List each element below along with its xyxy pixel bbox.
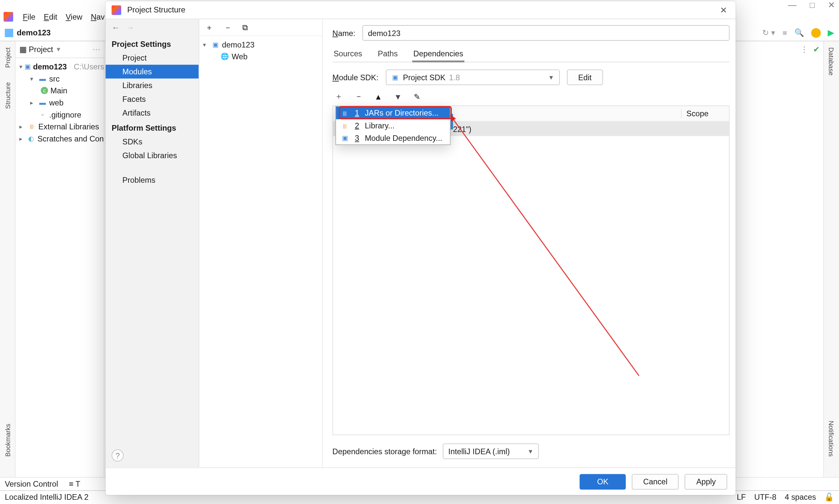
chevron-down-icon: ▼ — [528, 448, 533, 454]
tool-notifications-tab[interactable]: Notifications — [827, 421, 835, 457]
project-pane-settings-icon[interactable]: ⋯ — [92, 45, 100, 54]
tool-database-tab[interactable]: Database — [827, 48, 835, 76]
menu-file[interactable]: File — [20, 11, 38, 23]
cancel-button[interactable]: Cancel — [632, 474, 679, 490]
status-encoding[interactable]: UTF-8 — [754, 492, 776, 501]
window-min-icon[interactable]: — — [788, 0, 797, 9]
jetbrains-icon[interactable]: ▶ — [828, 28, 834, 37]
menu-view[interactable]: View — [63, 11, 85, 23]
scratch-icon: ◐ — [27, 134, 35, 143]
nav-group-project-settings: Project Settings — [106, 36, 199, 51]
class-icon: c — [41, 87, 48, 94]
window-close-icon[interactable]: ✕ — [828, 0, 835, 9]
nav-facets[interactable]: Facets — [106, 92, 199, 106]
nav-libraries[interactable]: Libraries — [106, 78, 199, 92]
add-dependency-popup: ⫼ 1 JARs or Directories... ⫼ 2 Library..… — [336, 106, 450, 145]
window-max-icon[interactable]: □ — [810, 0, 815, 9]
tree-scratches[interactable]: ▸◐Scratches and Con — [16, 132, 104, 144]
storage-format-select[interactable]: IntelliJ IDEA (.iml) ▼ — [443, 444, 539, 459]
tab-dependencies[interactable]: Dependencies — [412, 47, 464, 62]
nav-project[interactable]: Project — [106, 51, 199, 65]
intellij-logo-icon — [4, 12, 13, 22]
dep-remove-icon: － — [355, 91, 363, 102]
project-structure-dialog: Project Structure ✕ ← → Project Settings… — [106, 1, 736, 495]
module-name-input[interactable] — [363, 25, 730, 41]
tool-todo[interactable]: ≡ T — [69, 480, 80, 488]
module-copy-icon[interactable]: ⧉ — [242, 23, 247, 32]
folder-icon: ▣ — [24, 62, 31, 71]
tab-sources[interactable]: Sources — [332, 47, 364, 62]
svg-line-0 — [450, 115, 639, 376]
module-add-icon[interactable]: ＋ — [205, 22, 213, 33]
dep-down-icon[interactable]: ▼ — [394, 92, 402, 101]
tool-structure-tab[interactable]: Structure — [4, 82, 11, 109]
intellij-logo-icon — [112, 5, 121, 15]
module-sdk-select[interactable]: ▣ Project SDK 1.8 ▼ — [386, 69, 560, 85]
editor-menu-icon[interactable]: ⋮ — [800, 45, 808, 54]
project-pane-title[interactable]: Project — [29, 45, 53, 54]
menu-edit[interactable]: Edit — [41, 11, 60, 23]
module-remove-icon[interactable]: － — [224, 22, 232, 33]
name-label: Name: — [332, 29, 355, 37]
module-icon: ▣ — [341, 134, 349, 142]
popup-library[interactable]: ⫼ 2 Library... — [336, 119, 450, 132]
close-icon[interactable]: ✕ — [718, 4, 730, 16]
nav-back-icon[interactable]: ← — [112, 23, 120, 32]
tab-paths[interactable]: Paths — [377, 47, 399, 62]
module-icon — [5, 29, 14, 37]
tool-project-tab[interactable]: Project — [4, 48, 11, 68]
tree-src[interactable]: ▾▬src — [16, 72, 104, 85]
nav-problems[interactable]: Problems — [106, 173, 199, 187]
dep-edit-icon: ✎ — [414, 92, 420, 101]
folder-icon: ▬ — [38, 74, 47, 83]
nav-artifacts[interactable]: Artifacts — [106, 106, 199, 120]
status-lf[interactable]: LF — [737, 492, 746, 501]
popup-jars[interactable]: ⫼ 1 JARs or Directories... — [336, 107, 450, 119]
file-icon: ▫ — [38, 110, 47, 119]
apply-button[interactable]: Apply — [685, 474, 727, 490]
search-icon[interactable]: 🔍 — [794, 28, 804, 37]
web-icon: 🌐 — [221, 52, 229, 60]
dep-add-icon[interactable]: ＋ — [335, 91, 343, 102]
tree-root[interactable]: ▾▣demo123 C:\Users — [16, 60, 104, 73]
ok-button[interactable]: OK — [580, 474, 626, 490]
tree-gitignore[interactable]: ▫.gitignore — [16, 108, 104, 121]
module-web[interactable]: 🌐Web — [199, 50, 322, 62]
stop-button[interactable]: ■ — [783, 28, 787, 37]
help-icon[interactable]: ? — [112, 450, 124, 462]
tree-main[interactable]: cMain — [16, 85, 104, 96]
module-demo123[interactable]: ▾▣demo123 — [199, 38, 322, 50]
nav-global-libraries[interactable]: Global Libraries — [106, 149, 199, 162]
nav-modules[interactable]: Modules — [106, 65, 199, 78]
dialog-title: Project Structure — [127, 5, 185, 14]
popup-module-dep[interactable]: ▣ 3 Module Dependency... — [336, 132, 450, 144]
sdk-icon: ▣ — [391, 73, 399, 82]
dependencies-table: Scope 221") ⫼ 1 JARs or Directories... ⫼… — [332, 105, 730, 435]
menu-navigate[interactable]: Nav — [88, 11, 107, 23]
dep-up-icon: ▲ — [374, 92, 382, 101]
nav-sdks[interactable]: SDKs — [106, 135, 199, 149]
status-indent[interactable]: 4 spaces — [785, 492, 816, 501]
edit-sdk-button[interactable]: Edit — [567, 69, 603, 85]
status-message: Localized IntelliJ IDEA 2 — [5, 492, 88, 501]
inspections-ok-icon[interactable]: ✔ — [813, 45, 820, 54]
module-icon: ▣ — [211, 40, 220, 49]
chevron-down-icon[interactable]: ▼ — [55, 46, 61, 53]
tree-ext-libs[interactable]: ▸⫼External Libraries — [16, 121, 104, 133]
tool-bookmarks-tab[interactable]: Bookmarks — [4, 424, 11, 457]
nav-forward-icon: → — [126, 23, 134, 32]
breadcrumb[interactable]: demo123 — [17, 28, 51, 37]
module-sdk-label: Module SDK: — [332, 73, 378, 82]
folder-icon: ▬ — [38, 98, 47, 107]
tool-vcs[interactable]: Version Control — [5, 480, 58, 488]
annotation-arrow — [447, 112, 645, 382]
status-readonly-icon[interactable]: 🔓 — [824, 492, 834, 501]
dep-scope-header: Scope — [681, 109, 729, 118]
chevron-down-icon: ▼ — [548, 74, 554, 80]
update-icon[interactable] — [811, 28, 821, 37]
nav-group-platform-settings: Platform Settings — [106, 120, 199, 135]
tree-web[interactable]: ▸▬web — [16, 96, 104, 109]
storage-format-label: Dependencies storage format: — [332, 447, 437, 455]
jar-icon: ⫼ — [341, 109, 349, 117]
run-config-dropdown[interactable]: ↻ ▾ — [762, 28, 775, 37]
